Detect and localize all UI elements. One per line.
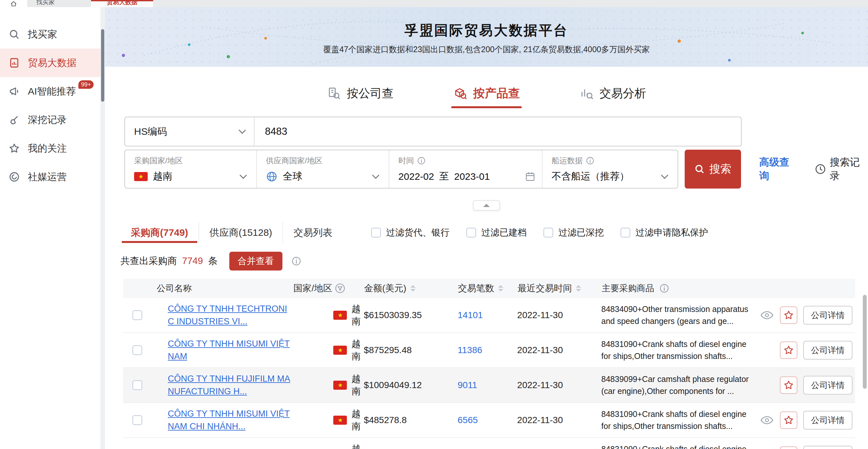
company-name-link[interactable]: CÔNG TY TNHH TECHTRONIC INDUSTRIES VI...	[168, 303, 291, 328]
chevron-down-icon	[239, 127, 246, 134]
results-section: 采购商(7749) 供应商(15128) 交易列表 过滤货代、银行 过滤已建档 …	[105, 222, 868, 449]
hs-code-select[interactable]: HS编码	[125, 117, 254, 146]
collapse-panel-button[interactable]	[473, 200, 500, 211]
sidebar-item-social-media[interactable]: 社媒运营	[0, 162, 100, 191]
search-mode-tabs: 按公司查 按产品查 交易分析	[105, 67, 868, 108]
time-range-picker[interactable]: 时间 2022-02 至 2023-01	[389, 150, 542, 188]
sidebar-item-label: 社媒运营	[28, 171, 67, 184]
filter-forwarders-banks[interactable]: 过滤货代、银行	[371, 227, 450, 239]
buyer-country-select[interactable]: 采购国家/地区 ★ 越南	[125, 150, 256, 188]
filter-label: 过滤申请隐私保护	[636, 227, 708, 239]
favorite-star-button[interactable]	[780, 377, 797, 394]
checkbox[interactable]	[544, 228, 553, 237]
favorites-star-icon	[8, 143, 20, 154]
merge-view-button[interactable]: 合并查看	[229, 252, 282, 270]
sort-icon[interactable]	[410, 285, 415, 292]
top-tab-find-buyers[interactable]: 找买家	[27, 0, 64, 7]
favorite-star-button[interactable]	[780, 341, 797, 359]
tab-buyers[interactable]: 采购商(7749)	[121, 222, 198, 243]
results-summary: 共查出采购商 7749 条 合并查看	[121, 251, 868, 271]
supplier-country-label: 供应商国家/地区	[266, 155, 380, 166]
search-mode-tab-label: 按产品查	[473, 86, 520, 101]
hs-code-select-value: HS编码	[134, 125, 167, 138]
advanced-search-link[interactable]: 高级查询	[759, 155, 798, 183]
vietnam-flag-icon: ★	[333, 416, 347, 425]
sidebar-scrollbar-thumb[interactable]	[101, 29, 104, 102]
page-subtitle: 覆盖47个国家进口数据和23国出口数据,包含200个国家, 21亿条贸易数据,4…	[105, 44, 868, 55]
chevron-down-icon	[661, 171, 669, 179]
shipping-data-label: 船运数据	[552, 155, 583, 166]
sidebar-item-my-follows[interactable]: 我的关注	[0, 134, 100, 162]
last-trade-date: 2022-11-30	[517, 380, 601, 390]
company-detail-button[interactable]: 公司详情	[803, 411, 852, 429]
company-name-link[interactable]: CÔNG TY TNHH FUJIFILM MANUFACTURING H...	[168, 372, 291, 398]
header-transactions: 交易笔数	[458, 282, 494, 295]
summary-count: 7749	[180, 256, 206, 266]
filter-deep-dug[interactable]: 过滤已深挖	[544, 227, 604, 239]
country-name: 越南	[351, 443, 364, 449]
company-detail-button[interactable]: 公司详情	[803, 376, 852, 395]
header-company: 公司名称	[157, 282, 192, 294]
vietnam-flag-icon: ★	[134, 172, 148, 181]
top-tab-trade-data[interactable]: 贸易大数据	[91, 0, 153, 7]
row-checkbox[interactable]	[132, 310, 142, 320]
tab-transactions[interactable]: 交易列表	[282, 222, 343, 243]
row-checkbox[interactable]	[132, 415, 142, 425]
checkbox[interactable]	[621, 228, 630, 237]
table-row: CÔNG TY TNHH MISUMI VIỆT NAM ★ 越南 $87529…	[123, 333, 855, 368]
transactions-count-link[interactable]: 11386	[458, 345, 482, 355]
company-name-link[interactable]: CÔNG TY TNHH MISUMI VIỆT NAM CHI NHÁNH..…	[168, 408, 291, 433]
sidebar-item-trade-data[interactable]: 贸易大数据	[0, 49, 100, 77]
checkbox[interactable]	[466, 228, 476, 237]
banner: 孚盟国际贸易大数据平台 覆盖47个国家进口数据和23国出口数据,包含200个国家…	[105, 7, 868, 67]
time-from-value: 2022-02	[398, 171, 434, 182]
transactions-count-link[interactable]: 14101	[458, 310, 483, 320]
sort-icon[interactable]	[576, 285, 581, 292]
search-mode-tab-product[interactable]: 按产品查	[453, 79, 520, 108]
amount-value: $485278.8	[364, 415, 458, 425]
company-search-icon	[327, 86, 341, 100]
filter-label: 过滤已深挖	[558, 227, 604, 239]
trade-data-icon	[8, 57, 20, 69]
company-detail-button[interactable]: 公司详情	[803, 306, 852, 325]
favorite-star-button[interactable]	[780, 446, 797, 449]
app-window: 找买家 贸易大数据 找买家 贸易大数据 AI智能推荐 99+	[0, 0, 868, 449]
favorite-star-button[interactable]	[780, 306, 797, 324]
filter-privacy-protected[interactable]: 过滤申请隐私保护	[621, 227, 708, 239]
search-history-link[interactable]: 搜索记录	[815, 155, 868, 183]
time-range-label: 时间	[398, 155, 414, 166]
transactions-count-link[interactable]: 6565	[458, 415, 478, 425]
company-name-link[interactable]: CÔNG TY TNHH MISUMI VIỆT NAM	[168, 337, 291, 363]
search-button[interactable]: 搜索	[685, 150, 741, 188]
favorite-star-button[interactable]	[780, 412, 797, 429]
filter-archived[interactable]: 过滤已建档	[466, 227, 527, 239]
vietnam-flag-icon: ★	[333, 346, 347, 355]
sidebar-item-find-buyers[interactable]: 找买家	[0, 20, 100, 49]
sidebar-item-ai-recommend[interactable]: AI智能推荐 99+	[0, 77, 100, 106]
page-scrollbar-thumb[interactable]	[863, 295, 867, 389]
time-to-value: 2023-01	[454, 171, 490, 182]
last-trade-date: 2022-11-30	[517, 310, 601, 320]
vietnam-flag-icon: ★	[333, 311, 347, 320]
sidebar-item-deep-dig-records[interactable]: 深挖记录	[0, 106, 100, 134]
home-button[interactable]	[0, 0, 27, 7]
sort-icon[interactable]	[498, 285, 503, 292]
row-checkbox[interactable]	[132, 345, 142, 355]
shipping-data-select[interactable]: 船运数据 不含船运（推荐）	[542, 150, 678, 188]
tab-suppliers[interactable]: 供应商(15128)	[198, 222, 282, 243]
row-checkbox[interactable]	[132, 380, 142, 390]
search-panel: 按公司查 按产品查 交易分析 HS编码	[105, 67, 868, 205]
results-table: 公司名称 国家/地区 金额(美元) 交易笔数	[123, 278, 855, 449]
search-mode-tab-analysis[interactable]: 交易分析	[580, 79, 646, 108]
company-detail-button[interactable]: 公司详情	[803, 446, 852, 449]
supplier-country-select[interactable]: 供应商国家/地区 全球	[256, 150, 389, 188]
transactions-count-link[interactable]: 9011	[458, 380, 477, 390]
results-tabs: 采购商(7749) 供应商(15128) 交易列表 过滤货代、银行 过滤已建档 …	[121, 222, 868, 243]
country-name: 越南	[351, 303, 364, 328]
table-row: CTY TNHH CÔNG NGHI... ★ 越南 $2461549.17 4…	[123, 438, 855, 449]
keyword-input[interactable]	[254, 117, 741, 146]
checkbox[interactable]	[371, 228, 381, 237]
search-mode-tab-company[interactable]: 按公司查	[327, 79, 394, 108]
company-detail-button[interactable]: 公司详情	[803, 341, 852, 360]
country-filter-icon[interactable]	[335, 283, 345, 294]
